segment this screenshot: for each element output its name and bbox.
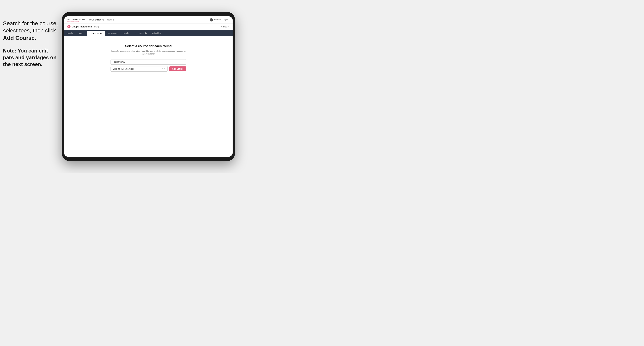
nav-tournaments[interactable]: TOURNAMENTS: [89, 19, 104, 21]
tab-teams[interactable]: Teams: [76, 30, 87, 36]
instruction-area: Search for the course, select tees, then…: [3, 20, 59, 68]
sign-out-link[interactable]: Sign out: [224, 19, 230, 21]
user-avatar: [210, 18, 213, 21]
tournament-title-area: C Clippd Invitational (Men): [67, 25, 99, 28]
tee-select-value: Gold (M) (M) (7010 yds): [113, 68, 134, 70]
tablet-screen: SCOREBOARD Powered by clippd TOURNAMENTS…: [64, 16, 232, 157]
top-navigation: SCOREBOARD Powered by clippd TOURNAMENTS…: [64, 16, 232, 23]
tee-row: Gold (M) (M) (7010 yds) × ⌃ Add Course: [110, 66, 186, 72]
course-search-input[interactable]: [110, 59, 186, 65]
tournament-subtitle: (Men): [94, 26, 99, 28]
tournament-title: Clippd Invitational: [72, 25, 92, 28]
tab-tee-groups[interactable]: Tee Groups: [105, 30, 120, 36]
user-area: Test User | Sign out: [210, 18, 230, 21]
tab-details[interactable]: Details: [64, 30, 76, 36]
logo-sub: Powered by clippd: [67, 21, 85, 22]
tournament-icon: C: [67, 25, 70, 28]
tab-printables[interactable]: Printables: [150, 30, 164, 36]
tournament-header: C Clippd Invitational (Men) Cancel ×: [64, 23, 232, 30]
cancel-label: Cancel: [221, 26, 228, 28]
add-course-button[interactable]: Add Course: [169, 66, 186, 71]
tee-select[interactable]: Gold (M) (M) (7010 yds) × ⌃: [110, 66, 168, 72]
section-title: Select a course for each round: [110, 44, 186, 48]
note-instruction-text: Note: You can edit pars and yardages on …: [3, 47, 59, 68]
user-name: Test User: [214, 19, 221, 21]
tab-results[interactable]: Results: [120, 30, 132, 36]
course-section: Select a course for each round Search fo…: [110, 44, 186, 72]
logo-text: SCOREBOARD: [67, 18, 85, 21]
section-description: Search for a course and select a tee. Yo…: [110, 50, 186, 55]
main-instruction-text: Search for the course, select tees, then…: [3, 20, 59, 41]
cancel-icon: ×: [228, 26, 230, 28]
sub-navigation: Details Teams Course Setup Tee Groups Re…: [64, 30, 232, 36]
tee-clear-icon[interactable]: ×: [162, 68, 163, 70]
main-content: Select a course for each round Search fo…: [64, 36, 232, 157]
tee-select-controls: × ⌃: [162, 68, 166, 70]
tab-course-setup[interactable]: Course Setup: [87, 31, 105, 36]
tab-leaderboards[interactable]: Leaderboards: [132, 30, 149, 36]
top-nav-links: TOURNAMENTS TEAMS: [89, 19, 210, 21]
logo: SCOREBOARD Powered by clippd: [67, 17, 85, 22]
tee-arrow-icon[interactable]: ⌃: [164, 68, 166, 70]
separator: |: [222, 19, 222, 21]
tablet-device: SCOREBOARD Powered by clippd TOURNAMENTS…: [62, 12, 235, 161]
nav-teams[interactable]: TEAMS: [107, 19, 114, 21]
add-course-emphasis: Add Course: [3, 35, 35, 41]
cancel-button[interactable]: Cancel ×: [221, 26, 230, 28]
